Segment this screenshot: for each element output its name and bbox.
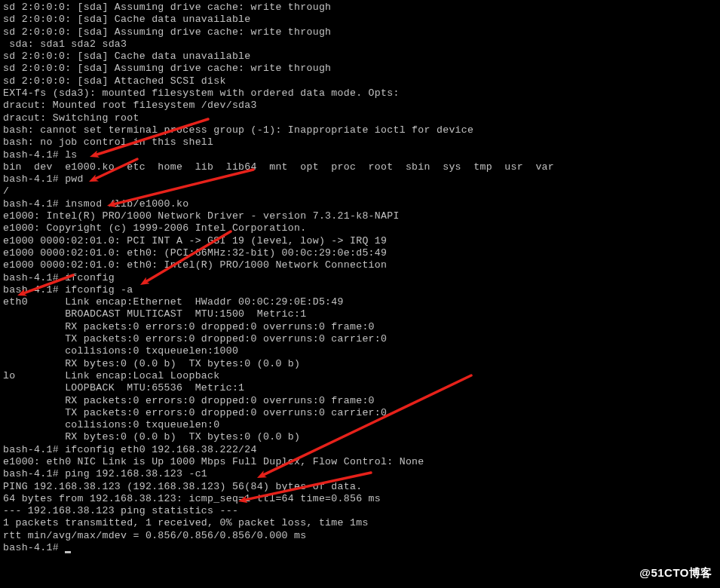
terminal-line: sd 2:0:0:0: [sda] Assuming drive cache: …: [3, 63, 717, 75]
terminal-line: dracut: Switching root: [3, 112, 717, 124]
terminal-line: bash-4.1# ping 192.168.38.123 -c1: [3, 468, 717, 480]
terminal-line: LOOPBACK MTU:65536 Metric:1: [3, 382, 717, 394]
terminal-line: bash-4.1# ifconfig -a: [3, 284, 717, 296]
terminal-line: bash-4.1# insmod /lib/e1000.ko: [3, 198, 717, 210]
terminal-line: EXT4-fs (sda3): mounted filesystem with …: [3, 87, 717, 100]
terminal-line: dracut: Mounted root filesystem /dev/sda…: [3, 100, 717, 112]
terminal-line: sd 2:0:0:0: [sda] Assuming drive cache: …: [3, 26, 717, 38]
terminal-output[interactable]: sd 2:0:0:0: [sda] Assuming drive cache: …: [0, 0, 720, 556]
watermark: @51CTO博客: [639, 566, 712, 580]
terminal-line: 64 bytes from 192.168.38.123: icmp_seq=1…: [3, 493, 717, 505]
terminal-line: --- 192.168.38.123 ping statistics ---: [3, 505, 717, 517]
terminal-line: e1000 0000:02:01.0: eth0: (PCI:66MHz:32-…: [3, 247, 717, 259]
terminal-line: RX bytes:0 (0.0 b) TX bytes:0 (0.0 b): [3, 431, 717, 443]
terminal-line: sda: sda1 sda2 sda3: [3, 38, 717, 51]
terminal-line: e1000: eth0 NIC Link is Up 1000 Mbps Ful…: [3, 456, 717, 468]
terminal-line: e1000 0000:02:01.0: eth0: Intel(R) PRO/1…: [3, 259, 717, 271]
terminal-prompt[interactable]: bash-4.1#: [3, 542, 717, 554]
terminal-line: collisions:0 txqueuelen:0: [3, 419, 717, 431]
terminal-line: RX packets:0 errors:0 dropped:0 overruns…: [3, 395, 717, 407]
terminal-line: collisions:0 txqueuelen:1000: [3, 345, 717, 357]
terminal-line: rtt min/avg/max/mdev = 0.856/0.856/0.856…: [3, 530, 717, 542]
terminal-line: bash: no job control in this shell: [3, 136, 717, 149]
terminal-line: e1000: Copyright (c) 1999-2006 Intel Cor…: [3, 222, 717, 234]
terminal-line: sd 2:0:0:0: [sda] Cache data unavailable: [3, 51, 717, 63]
terminal-line: PING 192.168.38.123 (192.168.38.123) 56(…: [3, 481, 717, 493]
terminal-line: RX packets:0 errors:0 dropped:0 overruns…: [3, 321, 717, 333]
terminal-line: e1000 0000:02:01.0: PCI INT A -> GSI 19 …: [3, 235, 717, 247]
terminal-line: sd 2:0:0:0: [sda] Attached SCSI disk: [3, 75, 717, 87]
terminal-line: e1000: Intel(R) PRO/1000 Network Driver …: [3, 210, 717, 222]
terminal-line: BROADCAST MULTICAST MTU:1500 Metric:1: [3, 308, 717, 320]
cursor: [65, 551, 71, 553]
terminal-line: /: [3, 185, 717, 198]
terminal-line: lo Link encap:Local Loopback: [3, 370, 717, 382]
terminal-line: TX packets:0 errors:0 dropped:0 overruns…: [3, 407, 717, 419]
terminal-line: bash-4.1# pwd: [3, 173, 717, 185]
terminal-line: bin dev e1000.ko etc home lib lib64 mnt …: [3, 161, 717, 173]
terminal-line: 1 packets transmitted, 1 received, 0% pa…: [3, 517, 717, 529]
terminal-line: bash-4.1# ifconfig eth0 192.168.38.222/2…: [3, 444, 717, 456]
terminal-line: bash-4.1# ls: [3, 149, 717, 161]
terminal-line: sd 2:0:0:0: [sda] Cache data unavailable: [3, 14, 717, 26]
terminal-line: eth0 Link encap:Ethernet HWaddr 00:0C:29…: [3, 296, 717, 308]
terminal-line: bash: cannot set terminal process group …: [3, 124, 717, 136]
terminal-line: RX bytes:0 (0.0 b) TX bytes:0 (0.0 b): [3, 358, 717, 370]
terminal-line: sd 2:0:0:0: [sda] Assuming drive cache: …: [3, 2, 717, 14]
terminal-line: TX packets:0 errors:0 dropped:0 overruns…: [3, 333, 717, 345]
terminal-line: bash-4.1# ifconfig: [3, 272, 717, 284]
